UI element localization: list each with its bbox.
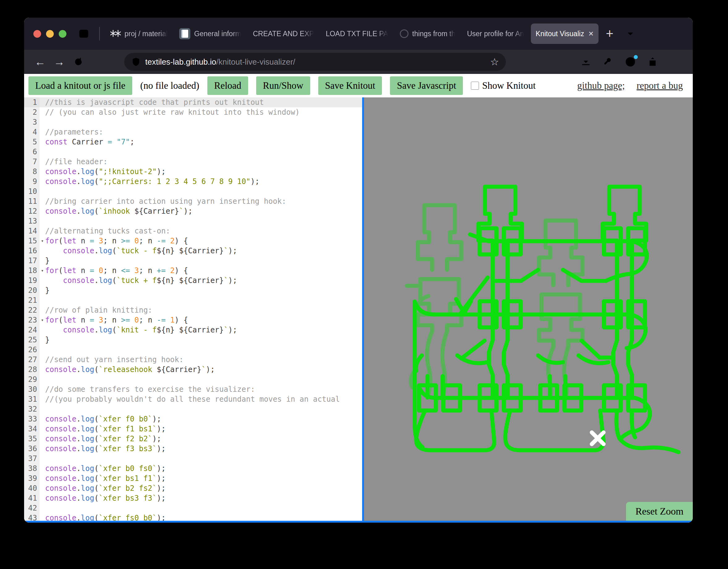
code-lines: 1//this is javascript code that prints o… — [24, 97, 362, 521]
tab-strip: proj / materialGeneral informCREATE AND … — [105, 23, 599, 44]
code-editor[interactable]: 1//this is javascript code that prints o… — [24, 97, 364, 521]
reset-zoom-button[interactable]: Reset Zoom — [626, 502, 693, 521]
menu-hamburger-icon[interactable] — [667, 54, 683, 70]
toolbar-links: github page; report a bug — [577, 80, 688, 91]
code-line-row: 32 — [24, 404, 362, 414]
code-line-row: 18▾for(let n = 0; n <= 3; n += 2) { — [24, 265, 362, 275]
code-line-text: //parameters: — [45, 127, 103, 137]
line-number: 29 — [24, 375, 40, 384]
code-line-text: //file header: — [45, 157, 108, 167]
tab-knitout-visualiz[interactable]: Knitout Visualiz× — [531, 23, 599, 44]
code-line-row: 7//file header: — [24, 157, 362, 167]
code-line-row: 25} — [24, 335, 362, 345]
code-line-text: console.log(`tuck + f${n} ${Carrier}`); — [45, 275, 237, 286]
fold-gutter — [40, 424, 45, 434]
share-icon[interactable] — [645, 54, 661, 70]
code-line-row: 41console.log(`xfer bs3 f3`); — [24, 493, 362, 503]
line-number: 40 — [24, 483, 40, 493]
line-number: 14 — [24, 226, 40, 236]
code-line-row: 23▾for(let n = 3; n >= 0; n -= 1) { — [24, 315, 362, 325]
code-line-text: console.log(`xfer fs0 b0`); — [45, 513, 166, 521]
code-line-row: 31//(you probably wouldn't do all these … — [24, 394, 362, 404]
fold-gutter — [40, 246, 45, 256]
tab-things-from-th[interactable]: things from th — [395, 23, 460, 44]
account-icon[interactable] — [622, 54, 638, 70]
code-line-text: //do some transfers to exercise the visu… — [45, 384, 255, 394]
fold-arrow-icon[interactable]: ▾ — [40, 315, 45, 325]
fold-gutter — [40, 464, 45, 474]
code-line-text: console.log(";!knitout-2"); — [45, 167, 166, 176]
browser-window: proj / materialGeneral informCREATE AND … — [24, 18, 693, 523]
report-bug-link[interactable]: report a bug — [637, 80, 683, 91]
shield-icon — [131, 57, 141, 67]
downloads-icon[interactable] — [578, 54, 594, 70]
code-line-text: //this is javascript code that prints ou… — [45, 97, 264, 107]
visualizer-pane[interactable]: Reset Zoom — [364, 97, 693, 521]
tab-user-profile-for-an[interactable]: User profile for An — [462, 23, 529, 44]
line-number: 12 — [24, 206, 40, 216]
code-line-row: 22//row of plain knitting: — [24, 305, 362, 315]
close-tab-icon[interactable]: × — [588, 29, 593, 39]
fold-gutter — [40, 384, 45, 394]
line-number: 26 — [24, 345, 40, 355]
line-number: 36 — [24, 444, 40, 454]
list-all-tabs-button[interactable] — [621, 29, 640, 38]
tab-create-and-exp[interactable]: CREATE AND EXP — [248, 23, 319, 44]
code-line-text: console.log(`xfer b0 fs0`); — [45, 464, 166, 474]
bookmark-star-icon[interactable]: ☆ — [490, 56, 499, 68]
close-window-button[interactable] — [33, 30, 41, 38]
notebook-icon — [179, 28, 190, 39]
line-number: 19 — [24, 275, 40, 286]
back-button[interactable]: ← — [32, 54, 48, 70]
fold-gutter — [40, 325, 45, 335]
app-toolbar: Load a knitout or js file (no file loade… — [24, 74, 693, 97]
fold-arrow-icon[interactable]: ▾ — [40, 265, 45, 275]
tab-proj-material[interactable]: proj / material — [105, 23, 172, 44]
reload-button[interactable] — [70, 54, 87, 70]
screenshot-root: { "icons": { "back": "←", "forward": "→"… — [0, 0, 728, 569]
new-tab-button[interactable]: + — [600, 27, 619, 40]
line-number: 39 — [24, 474, 40, 483]
code-line-row: 2// (you can also just write raw knitout… — [24, 107, 362, 117]
show-knitout-toggle[interactable]: Show Knitout — [471, 80, 535, 91]
sidebar-toggle-icon[interactable] — [77, 27, 91, 40]
code-line-row: 30//do some transfers to exercise the vi… — [24, 384, 362, 394]
code-line-text: console.log(`xfer f1 bs1`); — [45, 424, 166, 434]
code-line-text: //send out yarn inserting hook: — [45, 355, 184, 365]
line-number: 23 — [24, 315, 40, 325]
reload-code-button[interactable]: Reload — [207, 76, 248, 95]
code-line-text: console.log(`releasehook ${Carrier}`); — [45, 365, 215, 375]
line-number: 27 — [24, 355, 40, 365]
code-line-text: console.log(`xfer f3 bs3`); — [45, 444, 166, 454]
zoom-window-button[interactable] — [59, 30, 66, 38]
github-page-link[interactable]: github page; — [577, 80, 625, 91]
circle-favicon-icon — [400, 29, 408, 38]
line-number: 5 — [24, 137, 40, 147]
line-number: 24 — [24, 325, 40, 335]
tab-load-txt-file-pa[interactable]: LOAD TXT FILE PA — [321, 23, 393, 44]
save-javascript-button[interactable]: Save Javascript — [390, 76, 463, 95]
fold-arrow-icon[interactable]: ▾ — [40, 236, 45, 246]
minimize-window-button[interactable] — [46, 30, 54, 38]
fold-gutter — [40, 186, 45, 196]
url-bar[interactable]: textiles-lab.github.io/knitout-live-visu… — [124, 53, 506, 71]
tab-general-inform[interactable]: General inform — [174, 23, 246, 44]
line-number: 38 — [24, 464, 40, 474]
forward-button[interactable]: → — [51, 54, 67, 70]
fold-gutter — [40, 394, 45, 404]
fold-gutter — [40, 434, 45, 444]
code-line-row: 28console.log(`releasehook ${Carrier}`); — [24, 365, 362, 375]
save-knitout-button[interactable]: Save Knitout — [318, 76, 382, 95]
line-number: 42 — [24, 503, 40, 513]
run-show-button[interactable]: Run/Show — [256, 76, 310, 95]
code-line-row: 38console.log(`xfer b0 fs0`); — [24, 464, 362, 474]
fold-gutter — [40, 365, 45, 375]
knit-diagram[interactable] — [364, 97, 693, 521]
url-text: textiles-lab.github.io/knitout-live-visu… — [145, 57, 295, 67]
line-number: 17 — [24, 256, 40, 265]
wrench-icon[interactable] — [600, 54, 616, 70]
load-file-button[interactable]: Load a knitout or js file — [28, 76, 132, 95]
code-line-row: 11//bring carrier into action using yarn… — [24, 196, 362, 206]
show-knitout-checkbox[interactable] — [471, 82, 479, 90]
code-line-row: 5const Carrier = "7"; — [24, 137, 362, 147]
